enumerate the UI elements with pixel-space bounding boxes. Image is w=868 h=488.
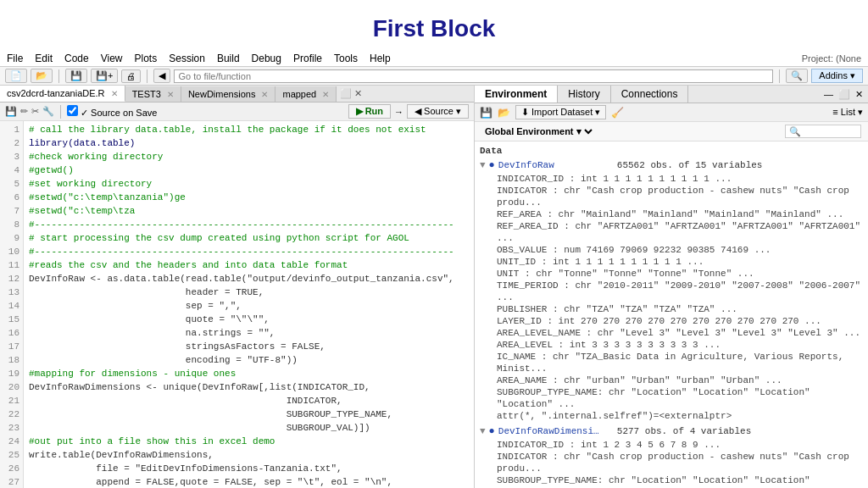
save-icon[interactable]: 💾: [5, 106, 17, 117]
var-name-devinforaw[interactable]: DevInfoRaw: [498, 159, 617, 172]
source-on-save-checkbox[interactable]: [67, 105, 78, 116]
devinforaw-detail-line: IC_NAME : chr "TZA_Basic Data in Agricul…: [497, 351, 863, 374]
expand-devinforaw[interactable]: ▼: [480, 159, 486, 172]
spell-icon[interactable]: ✏: [20, 106, 28, 117]
close-right-btn[interactable]: ✕: [855, 89, 863, 100]
menu-session[interactable]: Session: [169, 53, 205, 64]
environment-panel: Environment History Connections — ⬜ ✕ 💾 …: [475, 86, 868, 488]
devinfodim-details: INDICATOR_ID : int 1 2 3 4 5 6 7 8 9 ...…: [480, 439, 863, 488]
clear-env-icon[interactable]: 🧹: [611, 107, 624, 119]
save-env-icon[interactable]: 💾: [480, 107, 492, 119]
env-var-devinfodim: ▼ ● DevInfoRawDimensi… 5277 obs. of 4 va…: [480, 425, 863, 438]
main-toolbar: 📄 📂 💾 💾+ 🖨 ◀ 🔍 Addins ▾: [0, 67, 868, 86]
edit-icon[interactable]: ✂: [31, 106, 39, 117]
menu-view[interactable]: View: [101, 53, 123, 64]
data-section-header: Data: [480, 145, 863, 158]
var-summary-devinforaw: 65562 obs. of 15 variables: [617, 159, 863, 172]
devinforaw-detail-line: UNIT_ID : int 1 1 1 1 1 1 1 1 1 1 ...: [497, 256, 863, 268]
devinfodim-detail-line: INDICATOR_ID : int 1 2 3 4 5 6 7 8 9 ...: [497, 439, 863, 451]
source-button[interactable]: ◀ Source ▾: [407, 104, 469, 119]
tab-connections[interactable]: Connections: [611, 86, 689, 103]
menu-debug[interactable]: Debug: [252, 53, 281, 64]
env-search-input[interactable]: [785, 125, 861, 138]
var-name-devinfodim[interactable]: DevInfoRawDimensi…: [498, 425, 617, 438]
source-on-save-label: ✓ Source on Save: [67, 105, 157, 119]
devinfodim-detail-line: SUBGROUP_TYPE_NAME: chr "Location" "Loca…: [497, 474, 863, 488]
devinforaw-detail-line: REF_AREA : chr "Mainland" "Mainland" "Ma…: [497, 208, 863, 220]
open-btn[interactable]: 📂: [31, 69, 53, 83]
line-numbers: 1234567891011121314151617181920212223242…: [0, 121, 24, 488]
var-summary-devinfodim: 5277 obs. of 4 variables: [617, 425, 863, 438]
devinforaw-detail-line: UNIT : chr "Tonne" "Tonne" "Tonne" "Tonn…: [497, 268, 863, 280]
find-btn[interactable]: 🔍: [786, 69, 808, 83]
env-content: Data ▼ ● DevInfoRaw 65562 obs. of 15 var…: [475, 141, 868, 488]
devinfodim-detail-line: INDICATOR : chr "Cash crop production - …: [497, 451, 863, 474]
devinforaw-detail-line: LAYER_ID : int 270 270 270 270 270 270 2…: [497, 315, 863, 327]
devinforaw-detail-line: TIME_PERIOD : chr "2010-2011" "2009-2010…: [497, 280, 863, 303]
tab-csv2dcrd[interactable]: csv2dcrd-tanzaniaDE.R ✕: [0, 86, 125, 102]
env-toolbar: 💾 📂 ⬇ Import Dataset ▾ 🧹 ≡ List ▾: [475, 103, 868, 122]
devinforaw-detail-line: AREA_LEVEL_NAME : chr "Level 3" "Level 3…: [497, 327, 863, 339]
magic-icon[interactable]: 🔧: [42, 106, 54, 117]
menu-help[interactable]: Help: [370, 53, 391, 64]
code-content[interactable]: # call the library data.table, install t…: [24, 121, 474, 488]
project-label: Project: (None: [802, 53, 861, 64]
close-tab-0[interactable]: ✕: [111, 89, 118, 98]
tab-mapped[interactable]: mapped ✕: [275, 86, 337, 102]
menu-file[interactable]: File: [7, 53, 23, 64]
tab-history[interactable]: History: [558, 86, 610, 103]
editor-tab-bar: csv2dcrd-tanzaniaDE.R ✕ TEST3 ✕ NewDimen…: [0, 86, 474, 103]
devinforaw-detail-line: INDICATOR_ID : int 1 1 1 1 1 1 1 1 1 1 .…: [497, 173, 863, 185]
close-tab-2[interactable]: ✕: [261, 90, 268, 99]
import-dataset-btn[interactable]: ⬇ Import Dataset ▾: [515, 105, 606, 119]
devinforaw-detail-line: PUBLISHER : chr "TZA" "TZA" "TZA" "TZA" …: [497, 303, 863, 315]
menu-build[interactable]: Build: [217, 53, 240, 64]
run-button[interactable]: ▶ Run: [348, 104, 391, 119]
go-to-input[interactable]: [174, 69, 773, 83]
tab-test3[interactable]: TEST3 ✕: [125, 86, 181, 102]
close-tab-3[interactable]: ✕: [322, 90, 329, 99]
menu-plots[interactable]: Plots: [135, 53, 158, 64]
list-view-btn[interactable]: ≡ List ▾: [832, 107, 863, 118]
devinforaw-detail-line: attr(*, ".internal.selfref")=<externalpt…: [497, 410, 863, 422]
page-title: First Block: [0, 0, 868, 51]
devinforaw-detail-line: OBS_VALUE : num 74169 79069 92232 90385 …: [497, 244, 863, 256]
maximize-editor-btn[interactable]: ⬜ ✕: [340, 88, 362, 99]
menu-code[interactable]: Code: [64, 53, 89, 64]
menu-profile[interactable]: Profile: [293, 53, 322, 64]
tab-newdimensions[interactable]: NewDimensions ✕: [181, 86, 276, 102]
devinforaw-detail-line: REF_AREA_ID : chr "AFRTZA001" "AFRTZA001…: [497, 220, 863, 244]
menu-bar: File Edit Code View Plots Session Build …: [0, 51, 868, 67]
back-btn[interactable]: ◀: [153, 69, 170, 83]
code-area: 1234567891011121314151617181920212223242…: [0, 121, 474, 488]
devinforaw-detail-line: SUBGROUP_TYPE_NAME: chr "Location" "Loca…: [497, 386, 863, 410]
expand-devinfodim[interactable]: ▼: [480, 425, 486, 438]
close-tab-1[interactable]: ✕: [167, 90, 174, 99]
devinforaw-details: INDICATOR_ID : int 1 1 1 1 1 1 1 1 1 1 .…: [480, 173, 863, 422]
devinforaw-detail-line: INDICATOR : chr "Cash crop production - …: [497, 185, 863, 208]
minimize-right-btn[interactable]: —: [824, 89, 833, 100]
editor-toolbar: 💾 ✏ ✂ 🔧 ✓ Source on Save ▶ Run → ◀ Sourc…: [0, 103, 474, 121]
main-area: csv2dcrd-tanzaniaDE.R ✕ TEST3 ✕ NewDimen…: [0, 86, 868, 488]
addins-btn[interactable]: Addins ▾: [811, 69, 863, 83]
menu-tools[interactable]: Tools: [334, 53, 358, 64]
maximize-right-btn[interactable]: ⬜: [838, 89, 850, 100]
global-env-dropdown[interactable]: Global Environment ▾: [481, 125, 595, 137]
env-var-devinforaw: ▼ ● DevInfoRaw 65562 obs. of 15 variable…: [480, 159, 863, 172]
code-editor-panel: csv2dcrd-tanzaniaDE.R ✕ TEST3 ✕ NewDimen…: [0, 86, 475, 488]
devinforaw-detail-line: AREA_LEVEL : int 3 3 3 3 3 3 3 3 3 3 ...: [497, 339, 863, 351]
new-file-btn[interactable]: 📄: [5, 69, 27, 83]
devinforaw-detail-line: AREA_NAME : chr "urban" "Urban" "urban" …: [497, 374, 863, 386]
menu-edit[interactable]: Edit: [35, 53, 53, 64]
save-all-btn[interactable]: 💾+: [91, 69, 118, 83]
env-header: Global Environment ▾: [475, 122, 868, 141]
save-btn[interactable]: 💾: [65, 69, 87, 83]
print-btn[interactable]: 🖨: [121, 69, 141, 83]
load-env-icon[interactable]: 📂: [498, 107, 510, 119]
tab-environment[interactable]: Environment: [475, 86, 558, 103]
right-tab-bar: Environment History Connections — ⬜ ✕: [475, 86, 868, 103]
